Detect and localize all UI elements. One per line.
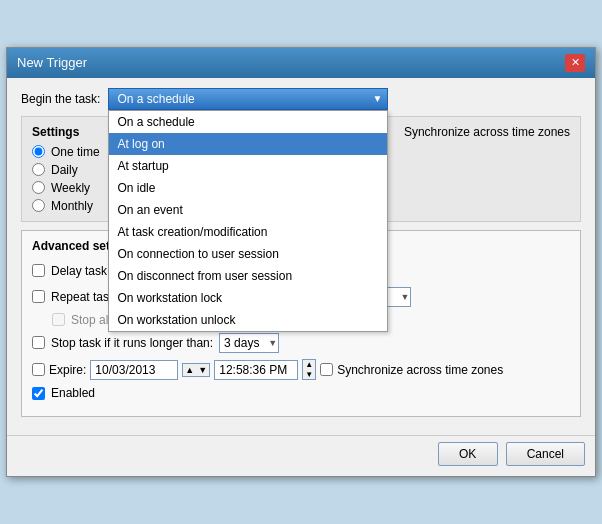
- radio-one-time: One time: [32, 145, 100, 159]
- sync-timezone-label: Synchronize across time zones: [404, 125, 570, 139]
- option-workstation-lock[interactable]: On workstation lock: [109, 287, 387, 309]
- repeat-task-checkbox[interactable]: [32, 290, 45, 303]
- radio-monthly-input[interactable]: [32, 199, 45, 212]
- enabled-checkbox[interactable]: [32, 387, 45, 400]
- radio-one-time-input[interactable]: [32, 145, 45, 158]
- expire-sync-label: Synchronize across time zones: [337, 363, 503, 377]
- begin-task-label: Begin the task:: [21, 92, 100, 106]
- expire-label: Expire:: [49, 363, 86, 377]
- expire-checkbox[interactable]: [32, 363, 45, 376]
- dialog-title: New Trigger: [17, 55, 87, 70]
- stop-longer-select[interactable]: 3 days 1 hour 1 day: [219, 333, 279, 353]
- ok-button[interactable]: OK: [438, 442, 498, 466]
- title-bar: New Trigger ✕: [7, 48, 595, 78]
- stop-longer-select-wrapper: 3 days 1 hour 1 day ▼: [219, 333, 279, 353]
- radio-daily-input[interactable]: [32, 163, 45, 176]
- dialog-body: Begin the task: On a schedule ▼ On a sch…: [7, 78, 595, 435]
- time-spinner: ▲ ▼: [302, 359, 316, 380]
- option-workstation-unlock[interactable]: On workstation unlock: [109, 309, 387, 331]
- radio-one-time-label: One time: [51, 145, 100, 159]
- enabled-label: Enabled: [51, 386, 95, 400]
- new-trigger-dialog: New Trigger ✕ Begin the task: On a sched…: [6, 47, 596, 477]
- stop-running-checkbox[interactable]: [52, 313, 65, 326]
- radio-weekly-input[interactable]: [32, 181, 45, 194]
- radio-monthly: Monthly: [32, 199, 100, 213]
- begin-task-dropdown[interactable]: On a schedule ▼ On a schedule At log on …: [108, 88, 388, 110]
- radio-group: One time Daily Weekly Monthly: [32, 145, 100, 213]
- option-on-connection[interactable]: On connection to user session: [109, 243, 387, 265]
- begin-task-select[interactable]: On a schedule: [108, 88, 388, 110]
- begin-task-row: Begin the task: On a schedule ▼ On a sch…: [21, 88, 581, 110]
- radio-daily-label: Daily: [51, 163, 78, 177]
- radio-weekly-label: Weekly: [51, 181, 90, 195]
- radio-daily: Daily: [32, 163, 100, 177]
- date-down-button[interactable]: ▼: [196, 364, 209, 376]
- delay-task-checkbox[interactable]: [32, 264, 45, 277]
- enabled-row: Enabled: [32, 386, 570, 400]
- time-down-button[interactable]: ▼: [303, 370, 315, 380]
- radio-weekly: Weekly: [32, 181, 100, 195]
- option-on-disconnect[interactable]: On disconnect from user session: [109, 265, 387, 287]
- date-up-button[interactable]: ▲: [183, 364, 196, 376]
- time-up-button[interactable]: ▲: [303, 360, 315, 370]
- stop-longer-checkbox[interactable]: [32, 336, 45, 349]
- expire-sync-checkbox[interactable]: [320, 363, 333, 376]
- option-on-schedule[interactable]: On a schedule: [109, 111, 387, 133]
- option-on-event[interactable]: On an event: [109, 199, 387, 221]
- option-at-startup[interactable]: At startup: [109, 155, 387, 177]
- settings-title: Settings: [32, 125, 100, 139]
- expire-row: Expire: ▲ ▼ ▲ ▼ Synchronize across time …: [32, 359, 570, 380]
- option-at-task-creation[interactable]: At task creation/modification: [109, 221, 387, 243]
- cancel-button[interactable]: Cancel: [506, 442, 585, 466]
- dropdown-list: On a schedule At log on At startup On id…: [108, 110, 388, 332]
- dialog-footer: OK Cancel: [7, 435, 595, 476]
- expire-date-input[interactable]: [90, 360, 178, 380]
- option-at-log-on[interactable]: At log on: [109, 133, 387, 155]
- date-spinner: ▲ ▼: [182, 363, 210, 377]
- expire-time-input[interactable]: [214, 360, 298, 380]
- option-on-idle[interactable]: On idle: [109, 177, 387, 199]
- close-button[interactable]: ✕: [565, 54, 585, 72]
- radio-monthly-label: Monthly: [51, 199, 93, 213]
- stop-longer-row: Stop task if it runs longer than: 3 days…: [32, 333, 570, 353]
- stop-longer-label: Stop task if it runs longer than:: [51, 336, 213, 350]
